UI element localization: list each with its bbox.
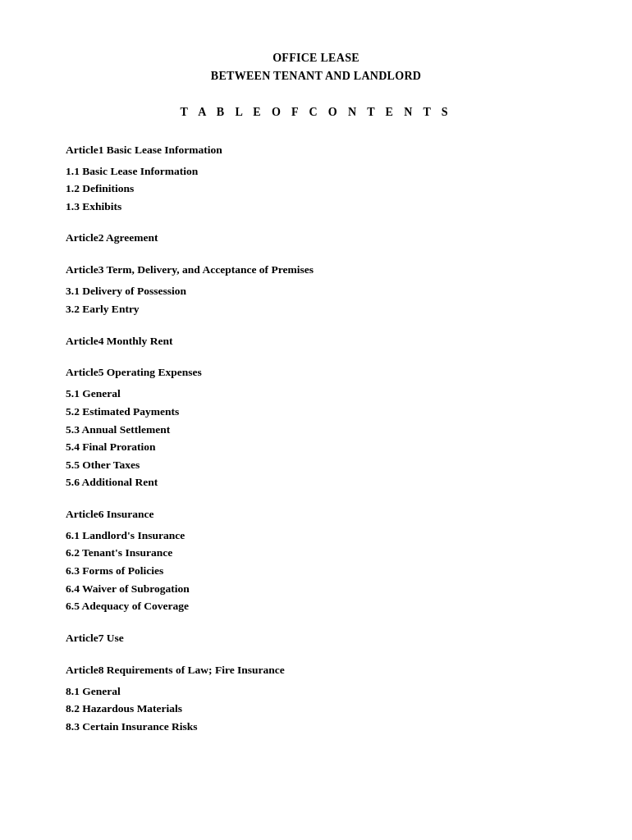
article-block-article3: Article3 Term, Delivery, and Acceptance … [66, 262, 566, 317]
article-block-article7: Article7 Use [66, 630, 566, 647]
section-group-article1: 1.1 Basic Lease Information1.2 Definitio… [66, 162, 566, 216]
article-heading-article7: Article7 Use [66, 630, 566, 647]
toc-title: T A B L E O F C O N T E N T S [66, 106, 566, 119]
article-block-article2: Article2 Agreement [66, 230, 566, 247]
article-heading-article1: Article1 Basic Lease Information [66, 142, 566, 159]
section-group-article6: 6.1 Landlord's Insurance6.2 Tenant's Ins… [66, 527, 566, 615]
article-block-article1: Article1 Basic Lease Information1.1 Basi… [66, 142, 566, 216]
section-item: 5.6 Additional Rent [66, 473, 566, 491]
section-item: 5.5 Other Taxes [66, 456, 566, 474]
section-item: 1.1 Basic Lease Information [66, 162, 566, 180]
article-block-article8: Article8 Requirements of Law; Fire Insur… [66, 662, 566, 736]
section-item: 6.2 Tenant's Insurance [66, 544, 566, 562]
article-heading-article5: Article5 Operating Expenses [66, 364, 566, 381]
section-item: 1.3 Exhibits [66, 198, 566, 216]
section-item: 3.2 Early Entry [66, 300, 566, 318]
article-heading-article6: Article6 Insurance [66, 506, 566, 523]
article-block-article4: Article4 Monthly Rent [66, 333, 566, 350]
section-item: 3.1 Delivery of Possession [66, 282, 566, 300]
section-item: 8.2 Hazardous Materials [66, 700, 566, 718]
section-item: 5.2 Estimated Payments [66, 403, 566, 421]
section-item: 5.4 Final Proration [66, 438, 566, 456]
article-heading-article2: Article2 Agreement [66, 230, 566, 247]
section-item: 6.4 Waiver of Subrogation [66, 580, 566, 598]
document-header: OFFICE LEASE BETWEEN TENANT AND LANDLORD [66, 49, 566, 86]
article-heading-article8: Article8 Requirements of Law; Fire Insur… [66, 662, 566, 679]
document-title-line2: BETWEEN TENANT AND LANDLORD [66, 67, 566, 85]
article-block-article6: Article6 Insurance6.1 Landlord's Insuran… [66, 506, 566, 615]
article-heading-article4: Article4 Monthly Rent [66, 333, 566, 350]
section-group-article5: 5.1 General5.2 Estimated Payments5.3 Ann… [66, 385, 566, 491]
section-item: 6.3 Forms of Policies [66, 562, 566, 580]
article-heading-article3: Article3 Term, Delivery, and Acceptance … [66, 262, 566, 279]
section-item: 8.3 Certain Insurance Risks [66, 718, 566, 736]
section-item: 6.1 Landlord's Insurance [66, 527, 566, 545]
section-group-article3: 3.1 Delivery of Possession3.2 Early Entr… [66, 282, 566, 317]
toc-content: Article1 Basic Lease Information1.1 Basi… [66, 142, 566, 736]
section-item: 6.5 Adequacy of Coverage [66, 597, 566, 615]
section-item: 1.2 Definitions [66, 180, 566, 198]
article-block-article5: Article5 Operating Expenses5.1 General5.… [66, 364, 566, 491]
document-title-line1: OFFICE LEASE [66, 49, 566, 67]
section-item: 5.3 Annual Settlement [66, 421, 566, 439]
section-group-article8: 8.1 General8.2 Hazardous Materials8.3 Ce… [66, 682, 566, 736]
section-item: 5.1 General [66, 385, 566, 403]
section-item: 8.1 General [66, 682, 566, 701]
